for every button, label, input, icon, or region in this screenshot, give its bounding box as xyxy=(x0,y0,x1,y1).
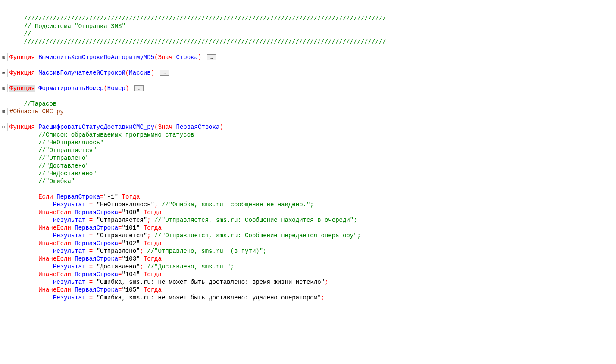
code-line[interactable]: ////////////////////////////////////////… xyxy=(0,38,610,46)
code-line[interactable]: //"Отправлено" xyxy=(0,154,610,162)
token-keyword: Знач xyxy=(158,124,176,131)
token-preprocessor: #Область СМС_ру xyxy=(9,108,64,115)
code-line[interactable]: ИначеЕсли ПерваяСтрока="103" Тогда xyxy=(0,255,610,263)
code-content: ////////////////////////////////////////… xyxy=(8,15,610,22)
code-line[interactable]: Результат = "Отправлено"; //"Отправлено,… xyxy=(0,247,610,255)
token-identifier: Номер xyxy=(107,85,125,92)
fold-gutter[interactable]: ⊞ xyxy=(0,53,8,61)
token-close-paren: ) xyxy=(198,54,201,61)
token-comment: //"Ошибка, sms.ru: сообщение не найдено.… xyxy=(158,201,313,208)
code-line[interactable]: Результат = "Ошибка, sms.ru: не может бы… xyxy=(0,294,610,302)
token-string: "100" xyxy=(122,209,140,216)
code-content: //"Доставлено" xyxy=(8,162,610,170)
token-string: "104" xyxy=(122,271,140,278)
code-line[interactable]: Результат = "Ошибка, sms.ru: не может бы… xyxy=(0,278,610,286)
code-editor[interactable]: ////////////////////////////////////////… xyxy=(0,0,610,358)
token-keyword: Если xyxy=(38,193,56,200)
code-line[interactable]: //"Ошибка" xyxy=(0,177,610,185)
code-line[interactable]: ⊞Функция МассивПолучателейСтрокой(Массив… xyxy=(0,69,610,77)
code-line[interactable]: //"Отправляется" xyxy=(0,146,610,154)
code-content: ////////////////////////////////////////… xyxy=(8,38,610,46)
code-content: Результат = "Доставлено"; //"Доставлено,… xyxy=(8,263,610,271)
code-line[interactable]: // Подсистема "Отправка SMS" xyxy=(0,22,610,30)
code-content: Результат = "Отправлено"; //"Отправлено,… xyxy=(8,247,610,255)
code-line[interactable] xyxy=(0,61,610,69)
code-line[interactable]: ИначеЕсли ПерваяСтрока="102" Тогда xyxy=(0,240,610,247)
token-operator: = xyxy=(89,263,93,270)
token-identifier: ВычислитьХешСтрокиПоАлгоритмуMD5 xyxy=(38,54,154,61)
code-line[interactable]: ⊟Функция РасшифроватьСтатусДоставкиСМС_р… xyxy=(0,123,610,131)
token-close-paren: ) xyxy=(219,124,223,131)
token-comment: ////////////////////////////////////////… xyxy=(24,15,386,22)
code-line[interactable]: ИначеЕсли ПерваяСтрока="104" Тогда xyxy=(0,271,610,278)
code-line[interactable]: ИначеЕсли ПерваяСтрока="101" Тогда xyxy=(0,224,610,232)
code-content: Результат = "Отправляется"; //"Отправляе… xyxy=(8,216,610,224)
token-keyword: Тогда xyxy=(140,240,161,247)
token-keyword: ИначеЕсли xyxy=(38,240,75,247)
code-line[interactable]: //Список обрабатываемых программно стату… xyxy=(0,131,610,139)
code-line[interactable]: ⊟#Область СМС_ру xyxy=(0,108,610,115)
code-line[interactable] xyxy=(0,77,610,84)
token-string: "Отправлено" xyxy=(93,248,140,255)
code-line[interactable] xyxy=(0,92,610,100)
code-line[interactable]: ⊞Функция ФорматироватьНомер(Номер) … xyxy=(0,84,610,92)
token-keyword: Знач xyxy=(158,54,176,61)
code-content: Результат = "Ошибка, sms.ru: не может бы… xyxy=(8,294,610,302)
token-comment: //"Отправлено, sms.ru: (в пути)"; xyxy=(144,248,267,255)
code-line[interactable]: Результат = "Отправляется"; //"Отправляе… xyxy=(0,216,610,224)
code-line[interactable]: // xyxy=(0,30,610,38)
token-string: "НеОтправлялось" xyxy=(93,201,154,208)
code-content: ИначеЕсли ПерваяСтрока="103" Тогда xyxy=(8,255,610,263)
code-line[interactable]: Результат = "Отправляется"; //"Отправляе… xyxy=(0,232,610,240)
code-content: Если ПерваяСтрока="-1" Тогда xyxy=(8,193,610,201)
code-line[interactable]: //"НеОтправлялось" xyxy=(0,139,610,146)
code-line[interactable] xyxy=(0,115,610,123)
token-identifier: ФорматироватьНомер xyxy=(38,85,103,92)
code-line[interactable]: //Тарасов xyxy=(0,100,610,108)
code-line[interactable]: Результат = "НеОтправлялось"; //"Ошибка,… xyxy=(0,201,610,208)
token-string: "103" xyxy=(122,255,140,262)
token-keyword: Тогда xyxy=(140,224,161,231)
fold-marker-icon[interactable]: … xyxy=(134,85,144,91)
code-line[interactable]: ⊞Функция ВычислитьХешСтрокиПоАлгоритмуMD… xyxy=(0,53,610,61)
code-content: ИначеЕсли ПерваяСтрока="100" Тогда xyxy=(8,208,610,216)
token-keyword: Функция xyxy=(9,69,38,76)
code-line[interactable]: Если ПерваяСтрока="-1" Тогда xyxy=(0,193,610,201)
fold-marker-icon[interactable]: … xyxy=(160,70,169,76)
fold-gutter[interactable]: ⊞ xyxy=(0,84,8,92)
token-operator: ; xyxy=(140,248,143,255)
fold-gutter[interactable]: ⊞ xyxy=(0,69,8,77)
token-keyword: ИначеЕсли xyxy=(38,224,75,231)
token-identifier: ПерваяСтрока xyxy=(75,286,118,293)
code-line[interactable]: ////////////////////////////////////////… xyxy=(0,15,610,22)
fold-gutter[interactable]: ⊟ xyxy=(0,123,8,131)
code-line[interactable]: //"НеДоставлено" xyxy=(0,170,610,177)
code-line[interactable] xyxy=(0,46,610,53)
code-content: ИначеЕсли ПерваяСтрока="104" Тогда xyxy=(8,271,610,278)
token-keyword: Тогда xyxy=(140,286,161,293)
token-comment: //"Доставлено" xyxy=(38,162,89,169)
fold-marker-icon[interactable]: … xyxy=(207,54,216,60)
token-comment: //"Ошибка" xyxy=(38,178,75,185)
code-content: Функция ВычислитьХешСтрокиПоАлгоритмуMD5… xyxy=(8,53,610,61)
code-content: Результат = "Ошибка, sms.ru: не может бы… xyxy=(8,278,610,286)
token-string: "Доставлено" xyxy=(93,263,140,270)
token-string: "105" xyxy=(122,286,140,293)
token-comment: //"НеДоставлено" xyxy=(38,170,96,177)
token-keyword: Функция xyxy=(9,124,38,131)
code-content: //"Отправлено" xyxy=(8,154,610,162)
token-keyword: Тогда xyxy=(140,209,161,216)
code-line[interactable]: ИначеЕсли ПерваяСтрока="105" Тогда xyxy=(0,286,610,294)
token-identifier: ПерваяСтрока xyxy=(56,193,100,200)
fold-gutter[interactable]: ⊟ xyxy=(0,108,8,115)
code-content: Результат = "Отправляется"; //"Отправляе… xyxy=(8,232,610,240)
token-identifier: Строка xyxy=(176,54,197,61)
code-content: ИначеЕсли ПерваяСтрока="101" Тогда xyxy=(8,224,610,232)
code-content: //Список обрабатываемых программно стату… xyxy=(8,131,610,139)
code-line[interactable]: //"Доставлено" xyxy=(0,162,610,170)
code-line[interactable]: ИначеЕсли ПерваяСтрока="100" Тогда xyxy=(0,208,610,216)
code-line[interactable]: Результат = "Доставлено"; //"Доставлено,… xyxy=(0,263,610,271)
code-content xyxy=(8,185,610,193)
code-content: ИначеЕсли ПерваяСтрока="105" Тогда xyxy=(8,286,610,294)
code-line[interactable] xyxy=(0,185,610,193)
